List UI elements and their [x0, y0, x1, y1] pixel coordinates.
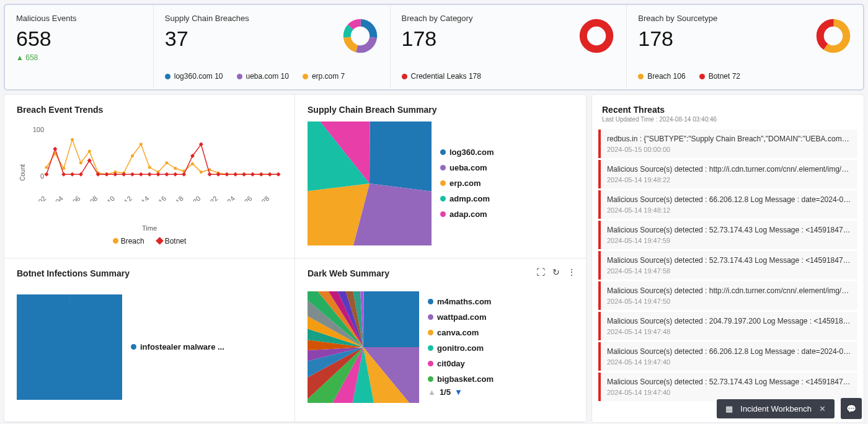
more-icon[interactable]: ⋮ — [567, 267, 576, 277]
botnet-legend: infostealer malware ... — [131, 342, 224, 351]
threat-item[interactable]: Malicious Source(s) detected : 52.73.174… — [598, 373, 857, 401]
legend-label: infostealer malware ... — [140, 342, 224, 351]
threat-message: Malicious Source(s) detected : 66.206.12… — [607, 195, 851, 204]
threat-time: 2024-05-14 19:48:12 — [607, 206, 851, 214]
expand-icon[interactable]: ⛶ — [536, 267, 545, 277]
svg-rect-79 — [250, 172, 255, 177]
svg-rect-81 — [268, 172, 272, 177]
svg-point-30 — [71, 138, 74, 141]
svg-point-38 — [140, 143, 143, 146]
legend-item: log360.com 10 — [165, 72, 223, 81]
stat-by-category[interactable]: Breach by Category 178 Credential Leaks … — [391, 5, 627, 89]
legend-pager[interactable]: ▲ 1/5 ▼ — [428, 387, 494, 397]
svg-rect-58 — [70, 172, 74, 177]
stat-by-sourcetype[interactable]: Breach by Sourcetype 178 Breach 106Botne… — [627, 5, 863, 89]
svg-text:0: 0 — [40, 172, 44, 180]
legend-item: adap.com — [440, 210, 494, 219]
svg-rect-77 — [233, 172, 237, 177]
svg-rect-65 — [130, 172, 135, 177]
legend-item: admp.com — [440, 194, 494, 203]
threat-time: 2024-05-14 19:47:50 — [607, 298, 851, 305]
svg-rect-82 — [276, 172, 280, 177]
threats-updated: Last Updated Time : 2024-08-14 03:40:46 — [602, 116, 854, 123]
svg-rect-76 — [224, 172, 229, 177]
legend-item: ueba.com 10 — [237, 72, 289, 81]
darkweb-pie-chart — [308, 291, 419, 403]
threat-time: 2024-05-14 19:47:48 — [607, 328, 851, 335]
threat-message: Malicious Source(s) detected : 52.73.174… — [607, 226, 851, 234]
threat-time: 2024-05-14 19:47:40 — [607, 358, 851, 366]
svg-rect-71 — [182, 172, 186, 177]
svg-text:100: 100 — [33, 126, 44, 133]
stat-malicious-events[interactable]: Malicious Events 658 658 — [5, 5, 154, 89]
threat-item[interactable]: Malicious Source(s) detected : 204.79.19… — [598, 312, 857, 340]
svg-point-41 — [165, 161, 168, 164]
legend-item: bigbasket.com — [428, 374, 494, 384]
threat-item[interactable]: redbus.in : {"SUBTYPE":"Supply Chain Bre… — [598, 130, 857, 158]
threat-item[interactable]: Malicious Source(s) detected : http://i.… — [598, 160, 857, 188]
svg-point-5 — [353, 29, 368, 43]
trends-line-chart: 0100May 02May 04May 06May 08May 10May 12… — [28, 121, 282, 201]
legend-item: wattpad.com — [428, 312, 494, 322]
trends-legend: Breach Botnet — [17, 237, 282, 245]
chat-button[interactable]: 💬 — [841, 398, 862, 419]
legend-item: log360.com — [440, 148, 494, 157]
svg-rect-70 — [173, 172, 177, 177]
threat-time: 2024-05-14 19:47:59 — [607, 237, 851, 244]
stat-value: 658 — [16, 27, 142, 51]
sourcetype-donut-icon — [816, 19, 851, 53]
svg-point-37 — [131, 154, 134, 157]
legend-item: canva.com — [428, 328, 494, 337]
svg-point-88 — [30, 307, 110, 387]
threat-message: Malicious Source(s) detected : 52.73.174… — [607, 378, 851, 386]
pager-up-icon[interactable]: ▲ — [428, 387, 436, 397]
refresh-icon[interactable]: ↻ — [552, 267, 560, 277]
threat-item[interactable]: Malicious Source(s) detected : 66.206.12… — [598, 190, 857, 219]
panel-title: Supply Chain Breach Summary — [308, 105, 574, 115]
threat-time: 2024-05-14 19:47:58 — [607, 267, 851, 275]
legend-item: erp.com 7 — [303, 72, 345, 81]
panel-darkweb[interactable]: Dark Web Summary ⛶ ↻ ⋮ m4maths.comwattpa… — [295, 258, 586, 422]
threat-item[interactable]: Malicious Source(s) detected : 52.73.174… — [598, 221, 857, 249]
y-axis-label: Count — [19, 164, 26, 181]
close-icon[interactable]: ✕ — [819, 404, 826, 413]
threat-item[interactable]: Malicious Source(s) detected : http://i.… — [598, 281, 857, 310]
svg-rect-62 — [104, 172, 108, 177]
recent-threats-panel: Recent Threats Last Updated Time : 2024-… — [591, 94, 864, 423]
panel-supply-pie[interactable]: Supply Chain Breach Summary log360.comue… — [295, 95, 586, 258]
supply-pie-legend: log360.comueba.comerp.comadmp.comadap.co… — [440, 148, 494, 219]
legend-item: Credential Leaks 178 — [402, 72, 481, 81]
incident-workbench-button[interactable]: ▦ Incident Workbench ✕ — [717, 399, 835, 418]
pager-down-icon[interactable]: ▼ — [454, 387, 463, 397]
svg-point-32 — [88, 150, 91, 153]
threat-time: 2024-05-15 00:00:00 — [607, 146, 851, 153]
threat-message: Malicious Source(s) detected : 66.206.12… — [607, 347, 851, 356]
legend-item: Botnet 72 — [699, 72, 740, 81]
legend-item: Breach 106 — [638, 72, 685, 81]
incident-bar: ▦ Incident Workbench ✕ 💬 — [717, 398, 862, 419]
threat-message: Malicious Source(s) detected : 52.73.174… — [607, 256, 851, 265]
threats-title: Recent Threats — [602, 105, 854, 115]
svg-rect-60 — [87, 158, 92, 162]
svg-rect-59 — [79, 172, 83, 177]
panel-botnet[interactable]: Botnet Infections Summary infostealer ma… — [4, 258, 295, 422]
legend-breach: Breach — [121, 237, 144, 245]
svg-text:May 02: May 02 — [28, 195, 47, 201]
svg-rect-55 — [44, 172, 48, 177]
stat-supply-chain[interactable]: Supply Chain Breaches 37 log360.com 10ue… — [154, 5, 391, 89]
threat-item[interactable]: Malicious Source(s) detected : 52.73.174… — [598, 251, 857, 280]
panel-breach-trends[interactable]: Breach Event Trends Count 0100May 02May … — [4, 95, 295, 258]
botnet-pie-chart — [17, 294, 122, 400]
threat-list[interactable]: redbus.in : {"SUBTYPE":"Supply Chain Bre… — [592, 128, 864, 422]
category-donut-icon — [579, 19, 614, 53]
pager-text: 1/5 — [440, 387, 451, 397]
stat-legend: log360.com 10ueba.com 10erp.com 7 — [165, 72, 379, 81]
svg-point-7 — [589, 29, 604, 43]
workbench-icon: ▦ — [725, 404, 733, 413]
threat-message: redbus.in : {"SUBTYPE":"Supply Chain Bre… — [607, 135, 851, 143]
stat-title: Malicious Events — [16, 14, 142, 23]
threat-item[interactable]: Malicious Source(s) detected : 66.206.12… — [598, 342, 857, 371]
svg-rect-69 — [164, 172, 169, 177]
legend-item: ueba.com — [440, 163, 494, 172]
stat-delta: 658 — [16, 53, 142, 62]
